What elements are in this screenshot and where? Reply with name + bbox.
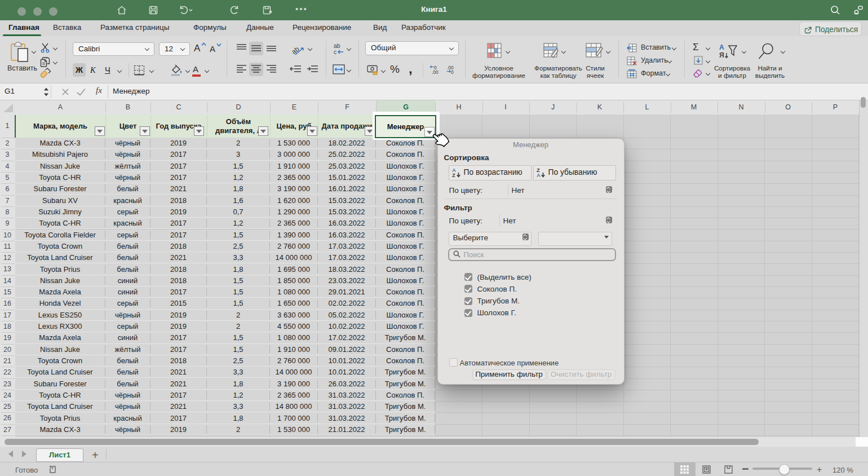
- svg-text:Z: Z: [452, 172, 455, 178]
- svg-text:.00: .00: [432, 69, 439, 74]
- svg-text:c: c: [334, 49, 336, 55]
- svg-text:0: 0: [451, 69, 454, 74]
- svg-text:A: A: [537, 172, 541, 178]
- svg-text:А: А: [719, 43, 724, 51]
- svg-text:Я: Я: [719, 51, 724, 59]
